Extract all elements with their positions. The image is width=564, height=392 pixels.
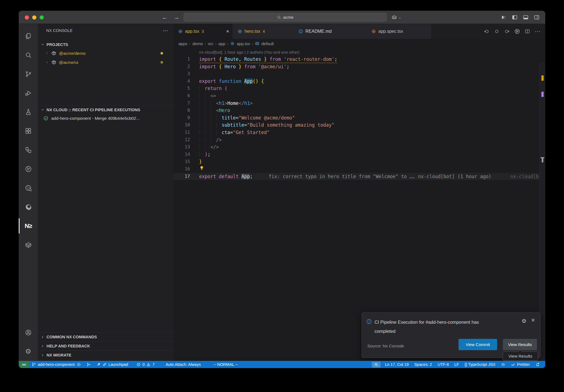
activity-item-project-references[interactable] (19, 140, 38, 159)
notification-close-icon[interactable]: × (531, 317, 535, 324)
code-line-text: import { Hero } from '@acme/ui'; (199, 63, 289, 70)
sidebar-section-help-and-feedback[interactable]: HELP AND FEEDBACK (38, 341, 173, 350)
cursor-position-status[interactable]: Ln 17, Col 19 (382, 361, 411, 368)
vim-mode-status[interactable]: -- NORMAL -- (211, 361, 241, 368)
activity-item-run-and-debug[interactable] (19, 83, 38, 102)
activity-item-accounts[interactable] (19, 323, 38, 342)
view-commit-button[interactable]: View Commit (459, 339, 497, 350)
modified-dot (161, 52, 163, 55)
auto-attach-status[interactable]: Auto Attach: Always (163, 361, 204, 368)
activity-item-containers[interactable] (19, 235, 38, 254)
nav-forward-icon[interactable] (504, 29, 510, 34)
breadcrumb-item[interactable]: demo (192, 41, 203, 46)
encoding-status[interactable]: UTF-8 (435, 361, 452, 368)
status-text: Launchpad (109, 362, 128, 367)
check-circle-icon (43, 116, 48, 121)
tab-app-spec-tsx[interactable]: app.spec.tsx (367, 24, 431, 39)
status-text: 7 (152, 362, 154, 367)
history-forward-icon[interactable]: → (173, 11, 179, 24)
activity-item-explorer[interactable] (19, 26, 38, 45)
code-line-text: export default App;fix: correct typo in … (199, 173, 491, 180)
activity-item-extensions[interactable] (19, 121, 38, 140)
activity-item-nx-graph[interactable] (19, 159, 38, 178)
breadcrumb-symbol[interactable]: default (261, 41, 274, 46)
project-item[interactable]: @acme/demo (38, 49, 173, 58)
code-line-text: /> (199, 136, 222, 144)
notification-gear-icon[interactable]: ⚙ (522, 318, 527, 324)
chevron-down-icon (40, 42, 45, 47)
activity-item-testing[interactable] (19, 102, 38, 121)
more-actions-icon[interactable]: ⋯ (162, 27, 168, 34)
bell-icon (535, 362, 540, 367)
customize-layout-icon[interactable] (501, 14, 507, 20)
prettier-status[interactable]: Prettier (508, 361, 533, 368)
breadcrumb-item[interactable]: apps (178, 41, 188, 46)
activity-item-settings[interactable]: ⚙ (19, 342, 38, 361)
zoom-window-button[interactable] (40, 15, 44, 20)
sidebar-section-nx-migrate[interactable]: NX MIGRATE (38, 350, 173, 360)
activity-item-edge-browser[interactable] (19, 197, 38, 216)
line-number: 5 (173, 85, 190, 92)
pipeline-execution-label: add-hero-component - Merge 409b44e5cb02.… (51, 116, 140, 121)
code-line-text: cta="Get Started" (199, 129, 270, 136)
git-branch-status[interactable]: add-hero-component (29, 361, 84, 368)
activity-bar: N≥⚙ (19, 24, 38, 361)
notifications-status[interactable] (533, 361, 543, 368)
breadcrumb-file[interactable]: app.tsx (237, 41, 250, 46)
tab-hero-tsx[interactable]: hero.tsx4 (233, 24, 294, 39)
nav-circle-icon[interactable] (494, 29, 500, 34)
eol-status[interactable]: LF (452, 361, 462, 368)
close-window-button[interactable] (25, 15, 29, 20)
breadcrumb-item[interactable]: app (218, 41, 225, 46)
nav-back-icon[interactable] (484, 29, 489, 34)
activity-item-source-control[interactable] (19, 64, 38, 83)
projects-section-header[interactable]: PROJECTS (38, 40, 173, 49)
line-number: 17 (173, 173, 190, 180)
branch-icon (32, 362, 36, 367)
line-number: 9 (173, 114, 190, 122)
blame-clipped: nx-cloud[b (511, 173, 539, 180)
project-item[interactable]: @acme/ui (38, 58, 173, 67)
activity-item-nx-project-details[interactable] (19, 178, 38, 197)
cloudup-icon (77, 362, 81, 367)
remote-indicator[interactable]: >< (19, 361, 29, 368)
tab-readme-md[interactable]: README.md (294, 24, 367, 39)
close-icon[interactable]: × (225, 28, 230, 34)
pipeline-execution-item[interactable]: add-hero-component - Merge 409b44e5cb02.… (38, 114, 173, 122)
zoom-level-status[interactable] (372, 362, 381, 368)
minimize-window-button[interactable] (32, 15, 36, 20)
breadcrumb-separator: › (215, 42, 216, 46)
react-icon (371, 29, 376, 34)
split-editor-icon[interactable] (525, 29, 530, 34)
code-line-text: subtitle="Build something amazing today" (199, 121, 334, 129)
copilot-status[interactable] (498, 361, 508, 368)
warning-mark (541, 75, 544, 81)
more-actions-icon[interactable]: ⋯ (535, 29, 540, 34)
language-mode-status[interactable]: {} TypeScript JSX (462, 361, 498, 368)
package-icon (51, 51, 56, 56)
info-icon (298, 29, 303, 34)
project-references-icon (25, 146, 32, 154)
toggle-secondary-sidebar-icon[interactable] (534, 14, 540, 20)
indentation-status[interactable]: Spaces: 2 (411, 361, 435, 368)
sidebar-section-common-nx-commands[interactable]: COMMON NX COMMANDS (38, 332, 173, 341)
command-center-search[interactable]: acme (184, 13, 387, 21)
tab-app-tsx[interactable]: app.tsx3× (173, 24, 233, 39)
problems-status[interactable]: 07 (134, 361, 157, 368)
git-graph-status[interactable] (84, 361, 94, 368)
section-label: HELP AND FEEDBACK (47, 344, 90, 348)
activity-item-nx-console[interactable]: N≥ (19, 216, 38, 235)
copilot-menu[interactable]: ⌄ (391, 11, 401, 24)
history-back-icon[interactable]: ← (162, 11, 168, 24)
activity-item-search[interactable] (19, 45, 38, 64)
toggle-panel-icon[interactable] (523, 14, 529, 20)
view-results-button[interactable]: View Results (503, 339, 537, 350)
rocket-icon (96, 362, 101, 367)
nx-run-icon[interactable] (514, 29, 520, 34)
launchpad-status[interactable]: Launchpad (94, 361, 131, 368)
settings-icon: ⚙ (25, 348, 31, 355)
nx-cloud-section-header[interactable]: NX CLOUD :: RECENT CI PIPELINE EXECUTION… (38, 105, 173, 114)
nx-cloud-section-label: NX CLOUD :: RECENT CI PIPELINE EXECUTION… (47, 108, 140, 112)
breadcrumb-item[interactable]: src (208, 41, 213, 46)
toggle-primary-sidebar-icon[interactable] (512, 14, 518, 20)
